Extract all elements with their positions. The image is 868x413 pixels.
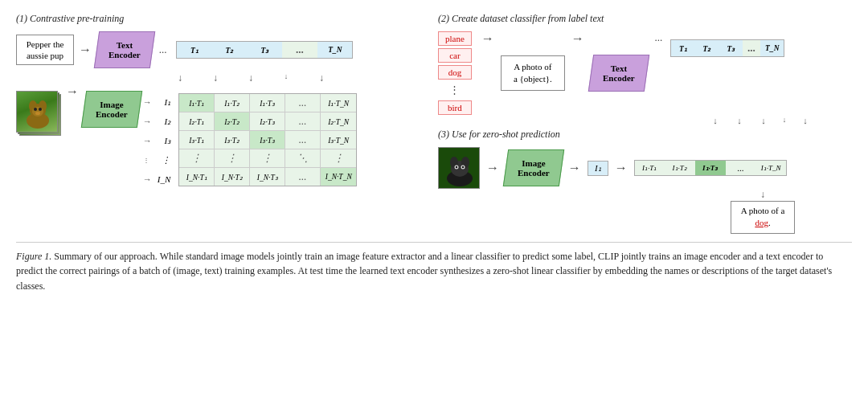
cell-0-4: I₁·T_N [321,94,356,112]
zs-dog-svg [439,148,480,189]
h-arrow-0: → [143,93,152,111]
row-label-1: I₂ [158,112,174,130]
left-section-title: (1) Contrastive pre-training [16,13,430,25]
zs-cell-4: I₁·T_N [756,160,787,176]
svg-point-16 [462,166,464,168]
image-stack [16,91,61,141]
arrow-right-text: → [79,43,92,57]
matrix-header-0: T₁ [176,41,211,59]
label-ellipsis: ⋮ [438,82,472,98]
zs-image-encoder: Image Encoder [503,149,564,186]
zs-image [438,147,480,189]
zs-arrow-2: → [568,161,581,175]
right-top-row: plane car dog ⋮ bird → A photo of a {obj… [438,31,852,115]
zs-arrow-3: → [615,161,628,175]
right-bottom-title: (3) Use for zero-shot prediction [438,129,852,141]
matrix-header-3: ... [282,41,317,59]
caption-bold: Figure 1. [16,251,51,262]
left-section: (1) Contrastive pre-training Pepper the … [16,13,430,234]
matrix-header-1: T₂ [211,41,247,59]
row-labels: I₁ I₂ I₃ ⋮ I_N [158,93,174,188]
cell-3-3: ⋱ [285,149,321,167]
zs-arrow-1: → [486,161,499,175]
cell-1-3: ... [285,112,321,130]
matrix-row-0: I₁·T₁ I₁·T₂ I₁·T₃ ... I₁·T_N [179,94,356,112]
right-arrows-down: ↓ ↓ ↓ ↓ ↓ [703,116,852,125]
r-arr-4: ↓ [793,116,817,125]
h-arrow-1: → [143,112,152,130]
svg-point-6 [39,108,42,111]
h-arrow-2: → [143,132,152,149]
arrow-down-2: ↓ [233,72,268,84]
arrows-down-row: ↓ ↓ ↓ ↓ ↓ [162,72,430,84]
cell-1-2: I₂·T₃ [250,112,285,130]
cell-3-1: ⋮ [215,149,250,167]
zs-i1-label: I₁ [588,161,608,176]
right-top-title: (2) Create dataset classifier from label… [438,13,852,25]
cell-4-4: I_N·T_N [321,168,356,186]
cell-4-1: I_N·T₂ [215,168,250,186]
zs-row: I₁·T₁ I₁·T₂ I₁·T₃ ... I₁·T_N [634,160,787,176]
top-text-row: Pepper the aussie pup → Text Encoder ...… [16,31,430,68]
label-plane: plane [438,31,472,46]
right-t-headers: T₁ T₂ T₃ ... T_N [670,39,784,57]
cell-4-0: I_N·T₁ [179,168,215,186]
matrix-header-2: T₃ [247,41,282,59]
cell-2-1: I₃·T₂ [215,131,250,149]
label-dog: dog [438,65,472,80]
label-car: car [438,48,472,63]
cell-3-4: ⋮ [321,149,356,167]
arrow-down-3: ↓ [268,72,304,84]
arrow-down-1: ↓ [198,72,233,84]
arrow-image-encoder: → [66,84,79,99]
row-label-0: I₁ [158,93,174,111]
arrow-down-0: ↓ [162,72,198,84]
label-list: plane car dog ⋮ bird [438,31,472,115]
matrix-row-4: I_N·T₁ I_N·T₂ I_N·T₃ ... I_N·T_N [179,168,356,186]
matrix-row-1: I₂·T₁ I₂·T₂ I₂·T₃ ... I₂·T_N [179,112,356,131]
rt-header-1: T₂ [694,39,719,57]
figure-caption: Figure 1. Summary of our approach. While… [16,242,852,294]
photo-result-area: ↓ A photo of a dog. [731,189,795,234]
cell-3-0: ⋮ [179,149,215,167]
cell-0-2: I₁·T₃ [250,94,285,112]
left-diagram: Pepper the aussie pup → Text Encoder ...… [16,31,430,188]
photo-dog-underline: dog [755,218,768,227]
cell-0-0: I₁·T₁ [179,94,215,112]
result-arrow-down: ↓ [760,189,765,201]
h-arrow-4: → [143,170,152,188]
h-arrow-3: ⋮ [143,151,152,169]
main-container: (1) Contrastive pre-training Pepper the … [16,13,852,294]
main-middle: → Image Encoder → → → ⋮ → I₁ [16,84,430,188]
cell-2-2: I₃·T₃ [250,131,285,149]
rt-header-2: T₃ [719,39,743,57]
cell-2-4: I₃·T_N [321,131,356,149]
cell-4-2: I_N·T₃ [250,168,285,186]
cell-1-0: I₂·T₁ [179,112,215,130]
zs-cell-0: I₁·T₁ [634,160,665,176]
cell-1-1: I₂·T₂ [215,112,250,130]
cell-3-2: ⋮ [250,149,285,167]
svg-point-7 [35,112,40,115]
r-arr-3: ↓ [776,116,793,125]
rt-header-3: ... [743,39,760,57]
zs-cell-3: ... [726,160,756,176]
rt-header-4: T_N [760,39,784,57]
diagram-area: (1) Contrastive pre-training Pepper the … [16,13,852,234]
template-box: A photo of a {object}. [501,55,565,92]
cell-1-4: I₂·T_N [321,112,356,130]
dots-top: ... [159,43,167,56]
matrix-row-2: I₃·T₁ I₃·T₂ I₃·T₃ ... I₃·T_N [179,131,356,149]
text-input-box: Pepper the aussie pup [16,35,74,66]
zs-cell-2: I₁·T₃ [695,160,726,176]
r-arr-1: ↓ [727,116,751,125]
zs-cell-1: I₁·T₂ [665,160,695,176]
svg-point-15 [456,166,457,168]
cell-0-1: I₁·T₂ [215,94,250,112]
row-label-2: I₃ [158,132,174,149]
cell-4-3: ... [285,168,321,186]
row-label-3: ⋮ [158,151,174,169]
r-arr-2: ↓ [751,116,776,125]
svg-point-5 [34,108,37,111]
right-bottom-row: → Image Encoder → I₁ → I₁·T₁ I₁·T₂ I₁·T₃… [438,147,852,189]
